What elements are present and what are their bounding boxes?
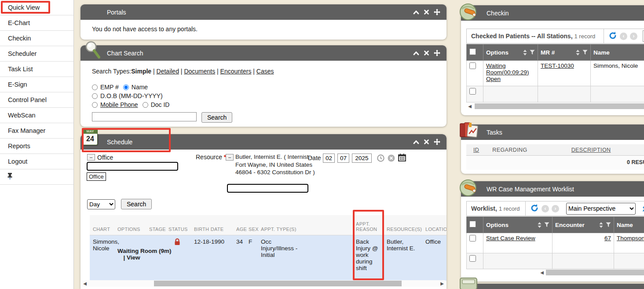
view-mode-select[interactable]: Day bbox=[87, 199, 115, 209]
sidebar-item-reports[interactable]: Reports bbox=[0, 139, 73, 154]
worklist-patient-link[interactable]: Thompson, Jennifer bbox=[617, 235, 644, 241]
checkin-hscrollbar[interactable]: ◀ bbox=[467, 103, 644, 110]
worklist-col-encounter[interactable]: Encounter bbox=[553, 217, 614, 233]
chart-search-button[interactable]: Search bbox=[201, 112, 232, 123]
select-all-checkbox[interactable] bbox=[469, 48, 476, 55]
sidebar-item-e-sign[interactable]: E-Sign bbox=[0, 77, 73, 92]
scrollbar-thumb[interactable] bbox=[546, 270, 644, 275]
emp-radio[interactable] bbox=[92, 84, 98, 90]
sidebar-item-checkin[interactable]: Checkin bbox=[0, 31, 73, 46]
sidebar-item-logout[interactable]: Logout bbox=[0, 154, 73, 169]
open-link[interactable]: Open bbox=[486, 76, 501, 82]
view-link[interactable]: | View bbox=[117, 254, 146, 261]
collapse-icon[interactable] bbox=[413, 140, 419, 144]
row-checkbox[interactable] bbox=[469, 62, 476, 69]
refresh-icon[interactable] bbox=[608, 31, 617, 41]
sidebar-item-task-list[interactable]: Task List bbox=[0, 62, 73, 77]
resource-collapse-button[interactable]: – bbox=[226, 154, 234, 161]
move-icon[interactable] bbox=[434, 50, 440, 56]
doc-id-radio[interactable] bbox=[143, 102, 148, 108]
collapse-icon[interactable] bbox=[413, 51, 419, 55]
schedule-title: Schedule bbox=[80, 139, 413, 146]
search-type-documents[interactable]: Documents bbox=[184, 68, 215, 75]
tasks-col-id[interactable]: ID bbox=[473, 147, 479, 153]
schedule-search-button[interactable]: Search bbox=[121, 199, 152, 209]
search-type-detailed[interactable]: Detailed bbox=[157, 68, 179, 75]
scroll-left-arrow[interactable]: ◀ bbox=[82, 281, 88, 286]
col-age[interactable]: AGE bbox=[233, 227, 245, 235]
col-status[interactable]: STATUS bbox=[165, 227, 191, 235]
checkin-col-options[interactable]: Options bbox=[483, 44, 538, 61]
col-appt-types[interactable]: APPT. TYPE(S) bbox=[261, 227, 296, 232]
col-birth-date[interactable]: BIRTH DATE bbox=[191, 227, 233, 235]
calendar-picker-icon[interactable] bbox=[398, 154, 406, 163]
date-day-input[interactable] bbox=[337, 154, 349, 163]
checkin-col-mr[interactable]: MR # bbox=[538, 44, 591, 61]
refresh-icon[interactable] bbox=[530, 204, 539, 214]
encounter-link[interactable]: 67 bbox=[604, 235, 611, 241]
tasks-col-description[interactable]: DESCRIPTION bbox=[571, 147, 611, 153]
sidebar-item-quick-view[interactable]: Quick View bbox=[0, 0, 73, 15]
col-options[interactable]: OPTIONS bbox=[114, 227, 146, 235]
waiting-room-stage[interactable]: Waiting Room (9m) bbox=[117, 248, 146, 254]
edit-pencil-icon[interactable] bbox=[642, 204, 644, 213]
appointment-row[interactable]: Simmons, Nicole Waiting Room (9m) | View… bbox=[90, 235, 446, 281]
col-chart[interactable]: CHART bbox=[90, 227, 114, 235]
mr-number-link[interactable]: TEST-10030 bbox=[541, 62, 574, 69]
worklist-col-options[interactable]: Options bbox=[483, 217, 553, 233]
clock-icon[interactable] bbox=[377, 154, 384, 163]
sidebar-item-e-chart[interactable]: E-Chart bbox=[0, 15, 73, 31]
search-type-simple[interactable]: Simple bbox=[131, 68, 151, 75]
scrollbar-thumb[interactable] bbox=[475, 103, 644, 109]
prev-page-icon[interactable]: ‹ bbox=[620, 33, 627, 40]
sidebar-item-scheduler[interactable]: Scheduler bbox=[0, 46, 73, 62]
sidebar-item-fax-manager[interactable]: Fax Manager bbox=[0, 123, 73, 139]
search-type-encounters[interactable]: Encounters bbox=[220, 68, 252, 75]
next-page-icon[interactable]: › bbox=[630, 33, 637, 40]
schedule-hscrollbar[interactable]: ◀ ▶ bbox=[82, 280, 445, 287]
pin-icon[interactable] bbox=[7, 172, 13, 181]
close-icon[interactable] bbox=[424, 139, 429, 144]
mobile-phone-radio-label[interactable]: Mobile Phone bbox=[100, 101, 138, 108]
worklist-col-name[interactable]: Name bbox=[614, 217, 644, 233]
clear-date-icon[interactable] bbox=[388, 154, 395, 163]
date-month-input[interactable] bbox=[323, 154, 335, 163]
collapse-icon[interactable] bbox=[413, 10, 419, 15]
prev-page-icon[interactable]: ‹ bbox=[542, 205, 549, 212]
waiting-room-link[interactable]: Waiting Room(00:09:29) bbox=[486, 62, 529, 76]
resource-input[interactable] bbox=[227, 184, 308, 193]
scroll-left-arrow[interactable]: ◀ bbox=[467, 104, 473, 109]
scrollbar-thumb[interactable] bbox=[154, 281, 402, 286]
start-case-review-link[interactable]: Start Case Review bbox=[486, 235, 535, 241]
col-sex[interactable]: SEX bbox=[245, 227, 258, 235]
row-checkbox[interactable] bbox=[469, 88, 476, 95]
worklist-hscrollbar[interactable]: ◀ bbox=[467, 269, 644, 276]
checkin-col-name[interactable]: Name bbox=[591, 44, 644, 61]
col-location[interactable]: LOCATION bbox=[422, 227, 446, 235]
perspective-select[interactable]: Main Perspective bbox=[566, 203, 636, 215]
col-stage[interactable]: STAGE bbox=[146, 227, 165, 235]
sidebar-item-webscan[interactable]: WebScan bbox=[0, 108, 73, 123]
sidebar-item-control-panel[interactable]: Control Panel bbox=[0, 92, 73, 108]
move-icon[interactable] bbox=[434, 9, 440, 15]
scroll-left-arrow[interactable]: ◀ bbox=[539, 270, 545, 275]
search-type-cases[interactable]: Cases bbox=[256, 68, 274, 75]
date-year-input[interactable] bbox=[352, 154, 372, 163]
row-checkbox[interactable] bbox=[469, 255, 476, 262]
scroll-right-arrow[interactable]: ▶ bbox=[439, 281, 445, 286]
next-page-icon[interactable]: › bbox=[552, 205, 559, 212]
move-icon[interactable] bbox=[434, 139, 440, 145]
row-checkbox[interactable] bbox=[469, 235, 476, 241]
select-all-checkbox[interactable] bbox=[469, 221, 476, 227]
col-resources[interactable]: RESOURCE(S) bbox=[384, 227, 422, 235]
mobile-phone-radio[interactable] bbox=[92, 102, 98, 108]
dob-radio[interactable] bbox=[92, 93, 98, 99]
cell-chart[interactable]: Simmons, Nicole bbox=[90, 235, 114, 281]
office-input[interactable] bbox=[87, 162, 178, 171]
name-radio[interactable] bbox=[123, 84, 129, 90]
close-icon[interactable] bbox=[424, 51, 429, 55]
col-appt-reason[interactable]: APPT. REASON bbox=[356, 221, 381, 232]
office-collapse-button[interactable]: – bbox=[87, 154, 95, 161]
close-icon[interactable] bbox=[424, 10, 429, 15]
chart-search-input[interactable] bbox=[92, 112, 197, 121]
